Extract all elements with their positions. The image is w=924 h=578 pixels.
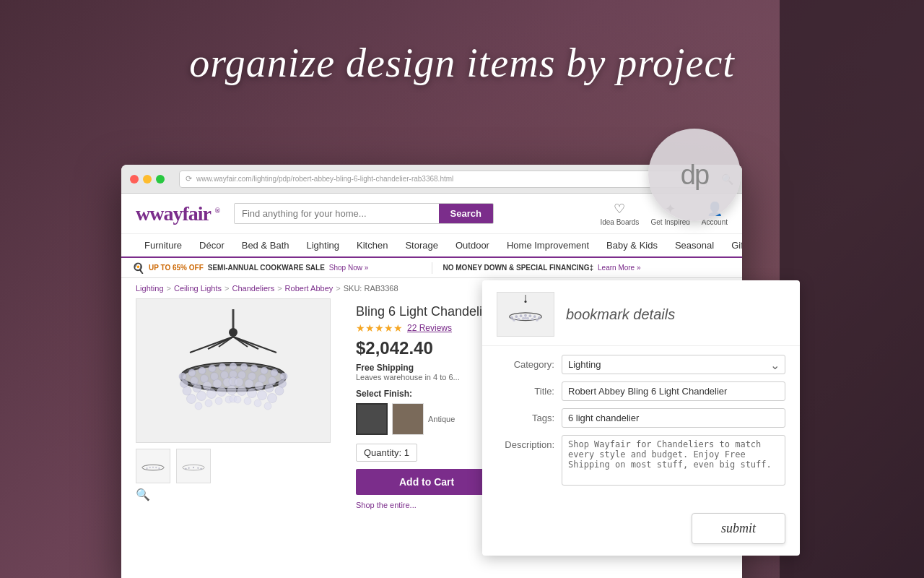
nav-item-seasonal[interactable]: Seasonal <box>666 234 723 256</box>
breadcrumb-lighting[interactable]: Lighting <box>136 284 164 293</box>
reload-icon: ⟳ <box>186 174 192 184</box>
search-button[interactable]: Search <box>439 204 493 223</box>
add-to-cart-button[interactable]: Add to Cart <box>356 469 497 495</box>
tags-input[interactable] <box>562 408 785 428</box>
promo-bar: 🍳 UP TO 65% OFF SEMI-ANNUAL COOKWARE SAL… <box>121 258 742 278</box>
search-bar[interactable]: Search <box>234 203 494 224</box>
title-row: Title: <box>497 381 785 401</box>
svg-point-35 <box>213 379 222 388</box>
promo-learn-more-link[interactable]: Learn More » <box>598 264 640 272</box>
description-row: Description: Shop Wayfair for Chandelier… <box>497 435 785 488</box>
svg-point-85 <box>526 317 529 320</box>
swatch-dark[interactable] <box>356 403 388 435</box>
nav-item-home-improvement[interactable]: Home Improvement <box>498 234 598 256</box>
site-nav: Furniture Décor Bed & Bath Lighting Kitc… <box>121 234 742 258</box>
cookware-icon: 🍳 <box>132 262 144 274</box>
thumbnail-1[interactable] <box>136 449 170 483</box>
quantity-box[interactable]: Quantity: 1 <box>356 444 417 462</box>
title-input[interactable] <box>562 381 785 401</box>
svg-point-39 <box>245 379 253 388</box>
maximize-button[interactable] <box>156 175 165 184</box>
svg-point-40 <box>255 381 263 390</box>
svg-point-77 <box>524 314 527 317</box>
svg-point-72 <box>201 468 202 470</box>
idea-boards-icon[interactable]: ♡ Idea Boards <box>600 201 639 226</box>
traffic-lights <box>130 175 165 184</box>
svg-point-50 <box>258 391 267 400</box>
wayfair-logo[interactable]: wwayfair ® <box>136 202 219 225</box>
svg-point-57 <box>234 396 241 403</box>
hero-title: organize design items by project <box>0 40 924 86</box>
submit-row: submit <box>482 507 800 556</box>
bookmark-form: Category: Lighting Furniture Décor Other… <box>482 346 800 507</box>
swatch-medium[interactable] <box>392 403 424 435</box>
nav-item-storage[interactable]: Storage <box>396 234 447 256</box>
svg-point-62 <box>147 467 148 469</box>
review-link[interactable]: 22 Reviews <box>407 323 452 333</box>
search-input[interactable] <box>235 204 439 223</box>
category-select-wrapper: Lighting Furniture Décor Other ⌄ <box>562 355 785 374</box>
breadcrumb-sku: SKU: RAB3368 <box>344 284 398 293</box>
svg-point-82 <box>518 318 520 321</box>
promo-financing-text: NO MONEY DOWN & SPECIAL FINANCING‡ <box>443 264 594 272</box>
close-button[interactable] <box>130 175 139 184</box>
thumbnail-2[interactable] <box>176 449 211 483</box>
nav-item-bed-bath[interactable]: Bed & Bath <box>233 234 298 256</box>
nav-item-furniture[interactable]: Furniture <box>136 234 191 256</box>
svg-point-43 <box>187 394 196 404</box>
tags-label: Tags: <box>497 408 554 423</box>
svg-point-54 <box>215 397 222 405</box>
address-bar[interactable]: ⟳ www.wayfair.com/lighting/pdp/robert-ab… <box>179 171 707 188</box>
nav-item-kitchen[interactable]: Kitchen <box>348 234 396 256</box>
svg-point-34 <box>203 381 212 390</box>
svg-point-45 <box>207 389 217 399</box>
nav-item-baby-kids[interactable]: Baby & Kids <box>598 234 666 256</box>
bookmark-header: bookmark details <box>482 280 800 346</box>
promo-right: NO MONEY DOWN & SPECIAL FINANCING‡ Learn… <box>432 264 743 272</box>
product-thumbnails <box>136 449 345 483</box>
url-text: www.wayfair.com/lighting/pdp/robert-abbe… <box>196 175 453 183</box>
breadcrumb-ceiling-lights[interactable]: Ceiling Lights <box>174 284 222 293</box>
tags-row: Tags: <box>497 408 785 428</box>
bookmark-panel: bookmark details Category: Lighting Furn… <box>482 280 800 556</box>
svg-point-19 <box>271 369 278 376</box>
promo-sale-name: SEMI-ANNUAL COOKWARE SALE <box>208 264 325 272</box>
breadcrumb-chandeliers[interactable]: Chandeliers <box>232 284 274 293</box>
svg-point-20 <box>280 373 287 380</box>
nav-item-outdoor[interactable]: Outdoor <box>447 234 498 256</box>
submit-button[interactable]: submit <box>692 513 785 544</box>
breadcrumb-robert-abbey[interactable]: Robert Abbey <box>285 284 334 293</box>
svg-point-38 <box>235 378 243 387</box>
category-control: Lighting Furniture Décor Other ⌄ <box>562 355 785 374</box>
svg-point-75 <box>515 315 518 318</box>
promo-discount: UP TO 65% OFF <box>149 264 204 272</box>
description-label: Description: <box>497 435 554 450</box>
svg-point-18 <box>261 367 268 374</box>
svg-point-44 <box>197 392 206 401</box>
nav-item-gifts[interactable]: Gifts <box>723 234 742 256</box>
product-main-image[interactable] <box>136 298 331 443</box>
svg-point-16 <box>240 363 248 371</box>
promo-shop-now-link[interactable]: Shop Now » <box>329 264 368 272</box>
svg-point-58 <box>244 397 251 405</box>
svg-point-13 <box>209 365 216 372</box>
svg-point-69 <box>188 467 190 469</box>
zoom-area[interactable]: 🔍 <box>136 488 345 501</box>
svg-point-68 <box>185 468 186 470</box>
svg-point-41 <box>265 384 274 392</box>
svg-point-80 <box>538 316 541 319</box>
star-rating: ★★★★★ <box>356 322 403 334</box>
svg-point-86 <box>531 318 534 321</box>
svg-point-89 <box>524 301 526 303</box>
svg-point-74 <box>510 316 513 319</box>
svg-point-14 <box>219 363 226 371</box>
category-select[interactable]: Lighting Furniture Décor Other <box>562 355 785 374</box>
svg-point-52 <box>195 402 202 410</box>
minimize-button[interactable] <box>143 175 152 184</box>
nav-item-lighting[interactable]: Lighting <box>298 234 349 256</box>
description-textarea[interactable]: Shop Wayfair for Chandeliers to match ev… <box>562 435 785 486</box>
svg-point-32 <box>183 387 191 395</box>
svg-point-51 <box>268 394 277 403</box>
promo-left: 🍳 UP TO 65% OFF SEMI-ANNUAL COOKWARE SAL… <box>121 262 432 274</box>
nav-item-decor[interactable]: Décor <box>191 234 233 256</box>
